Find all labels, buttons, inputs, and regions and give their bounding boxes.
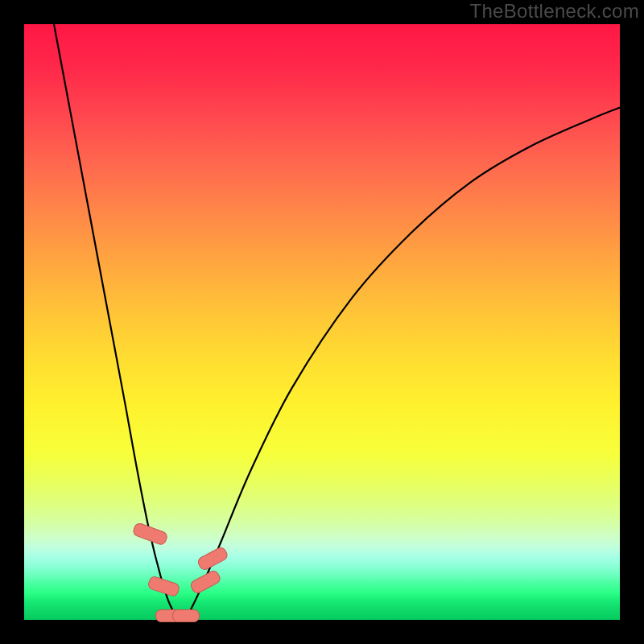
markers-layer bbox=[24, 24, 620, 620]
plot-area bbox=[24, 24, 620, 620]
valley-marker bbox=[147, 575, 180, 597]
watermark-text: TheBottleneck.com bbox=[469, 0, 639, 23]
valley-marker bbox=[172, 609, 200, 621]
outer-frame: TheBottleneck.com bbox=[0, 0, 644, 644]
valley-marker bbox=[189, 569, 222, 595]
valley-marker bbox=[131, 522, 168, 546]
valley-marker bbox=[196, 545, 229, 571]
